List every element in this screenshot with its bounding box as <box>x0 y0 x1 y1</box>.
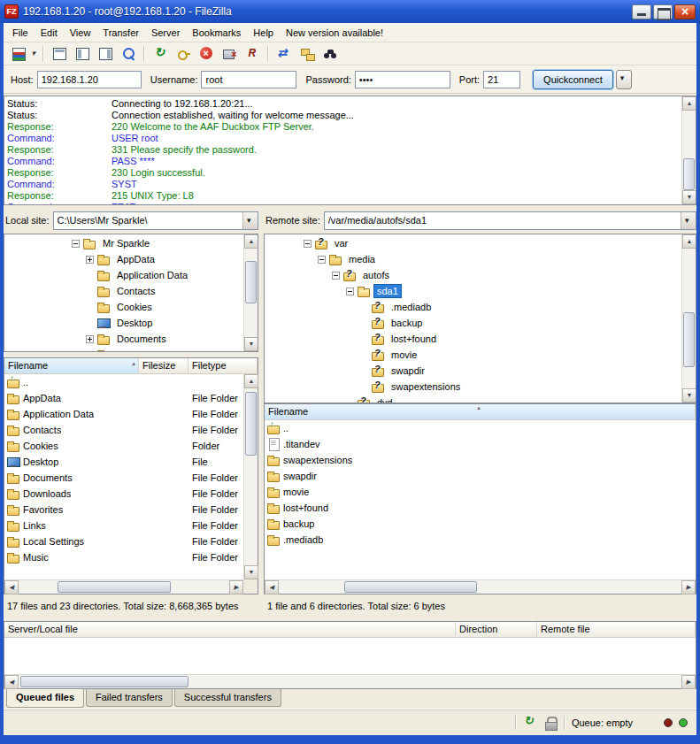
local-file-row[interactable]: Downloads File Folder <box>4 486 243 502</box>
column-header-remote-file[interactable]: Remote file <box>537 622 696 637</box>
remote-tree-item[interactable]: .mediadb <box>265 299 681 315</box>
local-site-path-input[interactable] <box>54 212 242 229</box>
scroll-right-button[interactable] <box>681 580 696 594</box>
toggle-remote-tree-button[interactable] <box>95 44 116 64</box>
scroll-down-button[interactable] <box>682 190 696 204</box>
scrollbar-thumb[interactable] <box>683 312 695 367</box>
remote-list-horizontal-scrollbar[interactable] <box>265 579 696 594</box>
disconnect-button[interactable] <box>219 44 240 64</box>
username-input[interactable] <box>201 71 296 88</box>
toggle-local-tree-button[interactable] <box>72 44 93 64</box>
queue-list-area[interactable] <box>4 638 696 673</box>
remote-tree-vertical-scrollbar[interactable] <box>681 234 696 403</box>
local-site-combo[interactable] <box>53 211 258 230</box>
remote-tree-item[interactable]: autofs <box>265 267 681 283</box>
minimize-button[interactable] <box>632 4 651 19</box>
directory-comparison-button[interactable] <box>273 44 295 64</box>
remote-tree-item[interactable]: var <box>265 235 681 251</box>
local-tree-item[interactable]: Mr Sparkle <box>4 235 243 251</box>
remote-tree-item[interactable]: backup <box>265 315 681 331</box>
process-queue-button[interactable] <box>173 44 194 64</box>
remote-site-path-input[interactable] <box>325 212 681 229</box>
scroll-down-button[interactable] <box>244 565 258 579</box>
local-file-row[interactable]: Music File Folder <box>4 549 243 565</box>
local-file-row[interactable]: Links File Folder <box>4 518 243 533</box>
tab-failed-transfers[interactable]: Failed transfers <box>86 689 173 707</box>
column-header-filesize[interactable]: Filesize <box>139 358 188 373</box>
maximize-button[interactable] <box>653 4 673 19</box>
scroll-down-button[interactable] <box>682 388 696 403</box>
local-file-row[interactable]: .. <box>4 374 243 390</box>
scrollbar-thumb[interactable] <box>245 261 257 303</box>
remote-tree-item[interactable]: swapextensions <box>265 379 681 395</box>
local-file-row[interactable]: Cookies Folder <box>4 438 243 454</box>
scrollbar-thumb[interactable] <box>58 581 171 593</box>
host-input[interactable] <box>37 71 142 88</box>
refresh-button[interactable] <box>150 44 171 64</box>
port-input[interactable] <box>483 71 520 88</box>
local-tree-item[interactable]: Downloads <box>4 347 243 351</box>
column-header-filetype[interactable]: Filetype <box>188 358 258 373</box>
expand-toggle-icon[interactable] <box>86 256 94 264</box>
encryption-status-icon[interactable] <box>543 716 558 730</box>
remote-tree-item[interactable]: swapdir <box>265 363 681 379</box>
expand-toggle-icon[interactable] <box>86 335 94 343</box>
scrollbar-thumb[interactable] <box>245 392 257 456</box>
remote-tree-item[interactable]: media <box>265 251 681 267</box>
tab-queued-files[interactable]: Queued files <box>6 689 84 708</box>
menu-item[interactable]: View <box>64 24 97 42</box>
speed-limits-icon[interactable] <box>523 716 537 730</box>
scroll-up-button[interactable] <box>682 234 696 249</box>
local-file-row[interactable]: Documents File Folder <box>4 470 243 486</box>
quickconnect-button[interactable]: Quickconnect <box>533 70 613 89</box>
remote-tree-item[interactable]: lost+found <box>265 331 681 347</box>
menu-item[interactable]: Bookmarks <box>186 24 247 42</box>
remote-file-row[interactable]: .. <box>265 420 696 436</box>
quickconnect-dropdown-button[interactable] <box>616 70 632 89</box>
column-header-filename[interactable]: Filename <box>4 358 139 373</box>
expand-toggle-icon[interactable] <box>318 256 326 264</box>
column-header-direction[interactable]: Direction <box>456 622 537 637</box>
menu-item[interactable]: New version available! <box>280 24 389 42</box>
toggle-queue-button[interactable] <box>118 44 139 64</box>
remote-tree-item[interactable]: movie <box>265 347 681 363</box>
scroll-right-button[interactable] <box>229 580 243 594</box>
scroll-up-button[interactable] <box>244 374 258 388</box>
local-tree-item[interactable]: Desktop <box>4 315 243 331</box>
expand-toggle-icon[interactable] <box>72 240 80 248</box>
scrollbar-thumb[interactable] <box>344 581 477 593</box>
remote-file-row[interactable]: backup <box>265 516 696 532</box>
menu-item[interactable]: Edit <box>35 24 64 42</box>
local-list-horizontal-scrollbar[interactable] <box>4 579 243 594</box>
local-tree-vertical-scrollbar[interactable] <box>243 234 258 351</box>
scrollbar-thumb[interactable] <box>683 158 695 190</box>
find-files-button[interactable] <box>319 44 341 64</box>
toggle-message-log-button[interactable] <box>49 44 70 64</box>
expand-toggle-icon[interactable] <box>332 272 340 280</box>
scroll-left-button[interactable] <box>4 675 19 689</box>
remote-file-row[interactable]: .titandev <box>265 436 696 452</box>
remote-tree-item[interactable]: sda1 <box>265 283 681 299</box>
password-input[interactable] <box>355 71 450 88</box>
menu-item[interactable]: File <box>6 24 35 42</box>
menu-item[interactable]: Server <box>145 24 186 42</box>
menu-item[interactable]: Help <box>247 24 280 42</box>
scrollbar-thumb[interactable] <box>20 676 188 687</box>
cancel-button[interactable] <box>196 44 217 64</box>
synchronized-browsing-button[interactable] <box>296 44 318 64</box>
queue-horizontal-scrollbar[interactable] <box>4 674 696 688</box>
expand-toggle-icon[interactable] <box>86 351 94 352</box>
local-file-row[interactable]: Local Settings File Folder <box>4 533 243 549</box>
remote-site-combo[interactable] <box>324 211 696 230</box>
scroll-down-button[interactable] <box>244 337 258 351</box>
remote-tree-item[interactable]: dvd <box>265 395 681 403</box>
scroll-up-button[interactable] <box>682 96 696 111</box>
local-list-vertical-scrollbar[interactable] <box>243 374 258 579</box>
menu-item[interactable]: Transfer <box>96 24 145 42</box>
remote-file-row[interactable]: swapdir <box>265 468 696 484</box>
local-tree-item[interactable]: Application Data <box>4 267 243 283</box>
site-manager-button[interactable] <box>8 44 38 64</box>
reconnect-button[interactable] <box>242 44 263 64</box>
tab-successful-transfers[interactable]: Successful transfers <box>174 689 281 707</box>
log-vertical-scrollbar[interactable] <box>681 96 696 204</box>
